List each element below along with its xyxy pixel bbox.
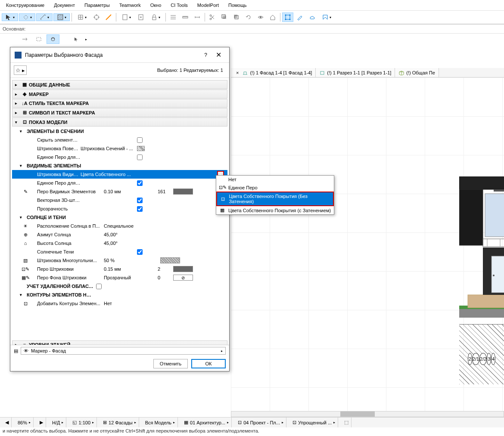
pen-swatch[interactable] [173,275,193,281]
checkbox[interactable] [137,155,143,160]
section-marker[interactable]: ▸◈МАРКЕР [12,90,227,99]
guide-tool[interactable] [103,12,114,22]
section-general[interactable]: ▸▦ОБЩИЕ ДАННЫЕ [12,80,227,89]
status-project[interactable]: ⊡ 04 Проект - Пл...▸ [235,417,286,427]
menu-document[interactable]: Документ [50,1,79,9]
section-model-display[interactable]: ▾⊡ПОКАЗ МОДЕЛИ [12,118,227,127]
measure-tool[interactable]: ▾ [36,13,53,21]
unknown-tool-1[interactable] [282,12,293,22]
subtool-2[interactable] [33,34,46,44]
hatch-swatch[interactable] [160,257,180,263]
hatch-tool[interactable]: ▾ [53,13,70,21]
subtool-pointer-dd[interactable]: ▸ [84,34,89,44]
status-3d[interactable]: ⬚ [342,417,352,427]
ok-button[interactable]: ОК [191,359,226,368]
checkbox[interactable] [137,198,143,203]
checkbox[interactable] [137,206,143,212]
prop-hide-flat[interactable]: Скрыть элементы в плоско... [12,136,227,144]
prop-surface-hatch[interactable]: Штриховка Поверхностей ...Штриховка Сече… [12,144,227,153]
send-backward-tool[interactable] [231,12,242,22]
tab-close-icon[interactable]: × [234,70,240,75]
layer-selector[interactable]: 👁Маркер - Фасад▸ [21,347,226,355]
subtool-3-active[interactable] [47,34,59,44]
section-marker-symbol[interactable]: ▸⊞СИМВОЛ И ТЕКСТ МАРКЕРА [12,108,227,117]
status-layer[interactable]: ▦ 01 Архитектур...▸ [181,417,232,427]
profile-tool[interactable]: ▾ [318,13,335,21]
section-marker-text-style[interactable]: ▸↓AСТИЛЬ ТЕКСТА МАРКЕРА [12,99,227,108]
subsection-cut[interactable]: ▾ЭЛЕМЕНТЫ В СЕЧЕНИИ [12,127,227,136]
marquee-tool[interactable]: ▾ [19,13,35,21]
dialog-titlebar[interactable]: Параметры Выбранного Фасада ? ✕ [10,47,229,63]
subtool-pointer[interactable] [70,34,83,44]
prop-sun-shadows-cb[interactable]: Солнечные Тени [12,247,227,256]
cut-tool[interactable] [207,12,218,22]
checkbox[interactable] [137,137,143,143]
eye-tool[interactable] [255,12,266,22]
menu-construct[interactable]: Конструирование [2,1,49,9]
tab-perspective[interactable]: (!) Общая Пе [395,68,439,77]
prop-visible-pen[interactable]: ✎Перо Видимых Элементов0.10 мм161 [12,187,227,196]
menu-citools[interactable]: CI Tools [166,1,192,9]
subsection-visible[interactable]: ▾ВИДИМЫЕ ЭЛЕМЕНТЫ [12,161,227,170]
prop-hatch-pen[interactable]: ⊡✎Перо Штриховки0.15 мм2 [12,265,227,273]
tab-elevation-1[interactable]: ×(!) 1 Фасад 1-4 [1 Фасад 1-4] [231,68,316,77]
menu-window[interactable]: Окно [146,1,166,9]
dd-option-own-colors-noshade[interactable]: ⊡Цвета Собственного Покрытия (Без Затене… [216,192,334,206]
prop-hatch-bg-pen[interactable]: ▦✎Перо Фона ШтриховкиПрозрачный0 [12,273,227,282]
subsection-far[interactable]: ▾УЧЕТ УДАЛЕННОЙ ОБЛАСТИ [12,282,227,291]
grid-tool[interactable]: ▾ [74,13,90,21]
subsection-boundary[interactable]: ▾КОНТУРЫ ЭЛЕМЕНТОВ НА ГРАНИЦАХ ФАСАДА [12,291,227,299]
horizontal-scrollbar[interactable] [231,411,504,417]
dd-option-none[interactable]: Нет [216,176,334,183]
arrow-tool[interactable]: ▾ [2,13,18,21]
drawing-canvas[interactable]: 2 2/1 2/2 3 4 [231,77,504,414]
prop-shadow-polys[interactable]: ▧Штриховка Многоугольни...50 % [12,256,227,265]
status-nd[interactable]: Н/Д▸ [50,417,66,427]
zoom-value[interactable]: 86%▸ [15,417,34,427]
menu-help[interactable]: Помощь [224,1,251,9]
edit-tool[interactable] [294,12,305,22]
prop-vector-3d[interactable]: Векторная 3D-штриховка [12,196,227,204]
menu-teamwork[interactable]: Teamwork [115,1,145,9]
prop-add-contours[interactable]: ⊡Добавить Контуры Элемен...Нет [12,299,227,308]
status-scale[interactable]: ◱ 1:100▸ [70,417,97,427]
undo-tool[interactable] [243,12,254,22]
cloud-tool[interactable] [306,12,317,22]
subsection-sun[interactable]: ▾СОЛНЦЕ И ТЕНИ [12,213,227,222]
status-model[interactable]: Вся Модель▸ [143,417,178,427]
prop-sun-altitude[interactable]: ⌂Высота Солнца45,00° [12,239,227,247]
bring-forward-tool[interactable] [219,12,230,22]
page-add-tool[interactable] [135,12,146,22]
checkbox[interactable] [137,180,143,186]
prop-transparency[interactable]: Прозрачность [12,204,227,213]
lock-tool[interactable]: ▾ [147,13,164,21]
snap-tool[interactable] [91,12,102,22]
pen-swatch[interactable] [173,189,193,195]
menu-modelport[interactable]: ModelPort [193,1,223,9]
pen-swatch[interactable] [173,266,193,272]
favorites-button[interactable]: ☆ ▸ [14,65,27,75]
ruler-tool[interactable] [180,12,191,22]
tab-section-1[interactable]: (!) 1 Разрез 1-1 [1 Разрез 1-1] [316,68,395,77]
dd-option-own-colors-shaded[interactable]: ▩Цвета Собственного Покрытия (с Затенени… [216,206,334,214]
subtool-1[interactable] [19,34,32,44]
prop-sun-azimuth[interactable]: ⊕Азимут Солнца45,00° [12,230,227,239]
prop-visible-hatch[interactable]: Штриховка Видимых Пове...Цвета Собственн… [12,170,227,179]
checkbox[interactable] [137,249,143,255]
house-tool[interactable] [267,12,278,22]
cancel-button[interactable]: Отменить [153,359,188,368]
close-button[interactable]: ✕ [212,51,225,59]
dimension-tool[interactable] [192,12,203,22]
section-story-levels[interactable]: ▸≡УРОВНИ ЭТАЖЕЙ [12,340,227,345]
menu-options[interactable]: Параметры [80,1,114,9]
prop-visible-uniform-pen[interactable]: Единое Перо для Видимых... [12,179,227,187]
prop-uniform-pen[interactable]: Единое Перо для Элемент... [12,153,227,161]
zoom-in-button[interactable]: ▶ [37,417,46,427]
status-simplified[interactable]: ⊡ Упрощенный ...▸ [290,417,338,427]
checkbox[interactable] [96,284,102,289]
help-button[interactable]: ? [199,52,212,58]
dd-option-uniform-pen[interactable]: ⊡✎Единое Перо [216,183,334,192]
document-tool[interactable]: ▾ [118,13,134,21]
prop-sun-pos[interactable]: ☀Расположение Солнца в П...Специальное [12,222,227,230]
level-tool[interactable] [168,12,179,22]
